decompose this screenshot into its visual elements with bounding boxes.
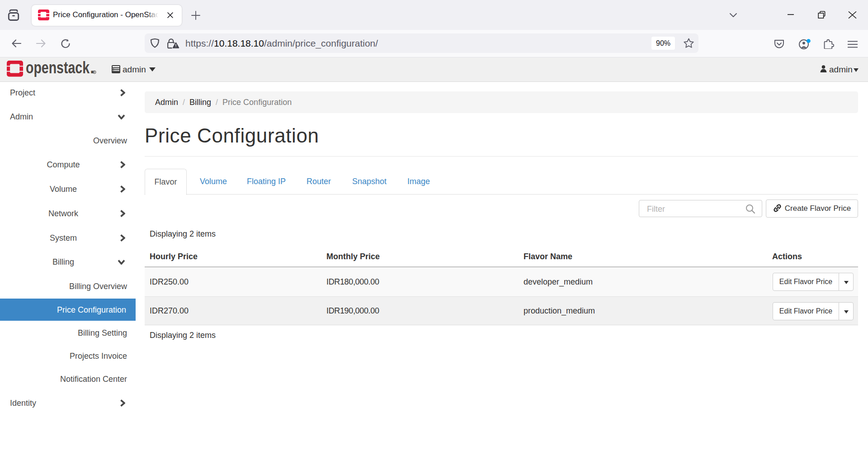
svg-text:openstack: openstack [26,60,90,77]
svg-text:.: . [90,60,94,77]
